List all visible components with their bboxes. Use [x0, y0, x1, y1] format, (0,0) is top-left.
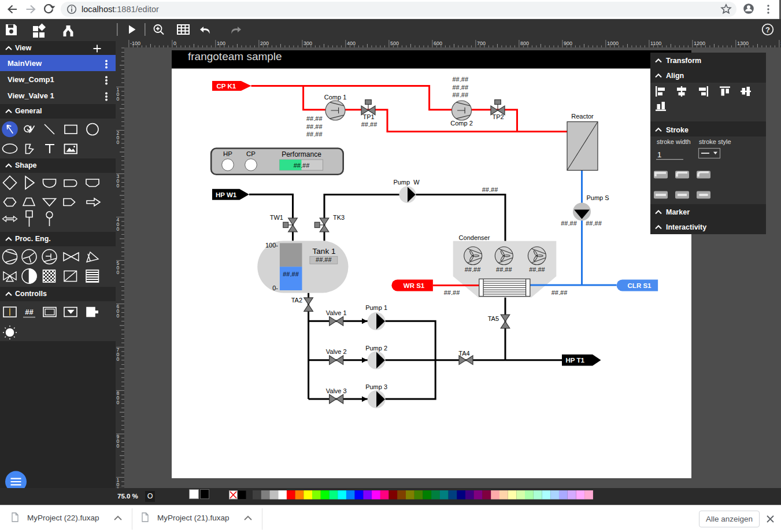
svg-text:##: ##: [25, 308, 34, 316]
svg-text:Performance: Performance: [282, 150, 321, 158]
svg-text:TA4: TA4: [458, 350, 469, 357]
svg-text:Tank 1: Tank 1: [313, 247, 336, 256]
svg-text:1200: 1200: [694, 40, 705, 46]
svg-text:##.##: ##.##: [316, 256, 332, 263]
svg-text:##.##: ##.##: [496, 266, 512, 273]
svg-text:100-: 100-: [265, 242, 278, 249]
svg-text:Interactivity: Interactivity: [666, 223, 706, 231]
svg-text:0: 0: [117, 183, 120, 189]
svg-text:0: 0: [117, 139, 120, 145]
svg-text:Valve 2: Valve 2: [326, 348, 347, 355]
svg-text:stroke style: stroke style: [699, 138, 731, 145]
svg-text:1300: 1300: [737, 40, 749, 46]
svg-text:##.##: ##.##: [465, 266, 481, 273]
svg-text:Reactor: Reactor: [571, 113, 594, 120]
svg-text:0: 0: [117, 443, 120, 449]
svg-text:0: 0: [117, 96, 120, 102]
svg-text:1000: 1000: [607, 40, 619, 46]
svg-text:##.##: ##.##: [453, 76, 469, 83]
svg-text:##.##: ##.##: [551, 289, 568, 296]
svg-text:##.##: ##.##: [453, 84, 469, 91]
svg-text:TA5: TA5: [488, 315, 499, 322]
svg-text:Align: Align: [666, 72, 684, 80]
svg-text:Comp 1: Comp 1: [324, 94, 347, 101]
svg-text:HP W1: HP W1: [216, 191, 237, 198]
svg-text:HP: HP: [223, 150, 232, 157]
svg-text:##.##: ##.##: [529, 266, 545, 273]
svg-text:Pump 1: Pump 1: [365, 304, 387, 311]
svg-text:##.##: ##.##: [306, 131, 323, 138]
svg-text:Pump 3: Pump 3: [365, 383, 387, 390]
svg-text:Transform: Transform: [666, 57, 701, 65]
svg-text:0: 0: [117, 356, 120, 362]
svg-text:-100: -100: [130, 40, 140, 46]
svg-text:Pump S: Pump S: [586, 194, 609, 201]
svg-text:Comp 2: Comp 2: [450, 120, 473, 127]
svg-text:CP K1: CP K1: [217, 83, 236, 90]
svg-text:Valve 3: Valve 3: [326, 387, 347, 394]
svg-text:##.##: ##.##: [586, 220, 602, 227]
svg-text:Stroke: Stroke: [666, 125, 689, 134]
svg-text:TW1: TW1: [270, 214, 283, 221]
svg-text:##.##: ##.##: [361, 121, 377, 128]
svg-text:##.##: ##.##: [482, 186, 498, 193]
svg-text:0: 0: [117, 400, 120, 405]
svg-text:0: 0: [117, 226, 120, 232]
svg-text:WR S1: WR S1: [404, 282, 425, 289]
svg-text:1100: 1100: [650, 40, 661, 46]
svg-text:0-: 0-: [272, 285, 278, 291]
svg-text:Pump 2: Pump 2: [365, 345, 387, 352]
svg-text:HP T1: HP T1: [566, 357, 585, 364]
svg-text:Valve 1: Valve 1: [326, 309, 347, 316]
svg-text:CP: CP: [246, 150, 256, 157]
svg-text:0: 0: [173, 40, 176, 46]
svg-text:Pump W: Pump W: [393, 179, 420, 186]
svg-text:1: 1: [657, 150, 661, 159]
svg-text:0: 0: [117, 313, 120, 319]
svg-text:##.##: ##.##: [453, 91, 469, 98]
svg-text:localhost:1881/editor: localhost:1881/editor: [82, 5, 159, 14]
svg-text:##.##: ##.##: [294, 162, 310, 169]
svg-text:?: ?: [765, 25, 770, 34]
svg-text:##.##: ##.##: [561, 220, 577, 227]
svg-text:TK3: TK3: [333, 214, 345, 221]
svg-text:Condenser: Condenser: [459, 234, 490, 241]
svg-text:CLR S1: CLR S1: [628, 282, 652, 289]
svg-text:##.##: ##.##: [306, 115, 323, 122]
svg-text:##.##: ##.##: [306, 123, 323, 130]
svg-text:TP2: TP2: [492, 113, 504, 120]
svg-text:0: 0: [117, 269, 120, 275]
svg-text:TP1: TP1: [362, 113, 374, 120]
svg-text:##.##: ##.##: [283, 271, 299, 278]
svg-text:stroke width: stroke width: [657, 138, 691, 145]
svg-text:Marker: Marker: [666, 208, 690, 216]
svg-text:TA2: TA2: [291, 297, 302, 304]
svg-text:##.##: ##.##: [444, 289, 460, 296]
svg-text:frangoteam sample: frangoteam sample: [188, 50, 282, 62]
